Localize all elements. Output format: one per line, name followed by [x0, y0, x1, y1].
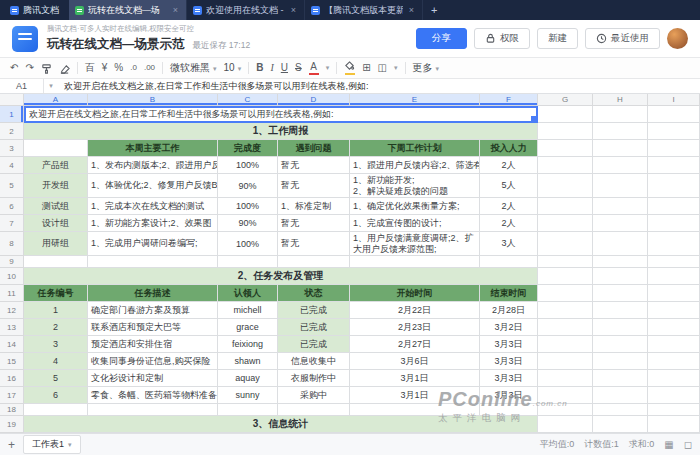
cell-E4[interactable]: 1、跟进用户反馈内容;2、筛选有效需求 — [350, 157, 480, 174]
cell-B16[interactable]: 文化衫设计和定制 — [88, 370, 218, 387]
cell-E12[interactable]: 2月22日 — [350, 302, 480, 319]
cell-B5[interactable]: 1、体验优化;2、修复用户反馈BUG — [88, 174, 218, 198]
cell-A4[interactable]: 产品组 — [24, 157, 88, 174]
cell-G12[interactable] — [538, 302, 593, 319]
cell-F6[interactable]: 2人 — [480, 198, 538, 215]
cell-E9[interactable] — [350, 256, 480, 268]
cell-E8[interactable]: 1、用户反馈满意度调研;2、扩大用户反馈来源范围; — [350, 232, 480, 256]
close-tab-icon[interactable]: × — [407, 5, 416, 15]
cell-A19[interactable]: 3、信息统计 — [24, 416, 538, 433]
cell-A5[interactable]: 开发组 — [24, 174, 88, 198]
browser-tab-current-doc[interactable]: 玩转在线文档—场 × — [69, 0, 187, 20]
bold-button[interactable]: B — [256, 63, 263, 73]
cell-I3[interactable] — [648, 140, 700, 157]
cell-B3[interactable]: 本周主要工作 — [88, 140, 218, 157]
cell-G5[interactable] — [538, 174, 593, 198]
cell-A10[interactable]: 2、任务发布及管理 — [24, 268, 538, 285]
cell-B9[interactable] — [88, 256, 218, 268]
cell-H16[interactable] — [593, 370, 648, 387]
percent-format-cn-button[interactable]: 百 — [85, 63, 95, 73]
row-header-11[interactable]: 11 — [0, 285, 24, 302]
sheet-tab-worksheet1[interactable]: 工作表1 ▾ — [23, 435, 81, 454]
cell-I14[interactable] — [648, 336, 700, 353]
cell-C4[interactable]: 100% — [218, 157, 278, 174]
cell-E14[interactable]: 2月27日 — [350, 336, 480, 353]
cell-F14[interactable]: 3月3日 — [480, 336, 538, 353]
redo-button[interactable]: ↷ — [25, 63, 33, 73]
new-browser-tab-button[interactable]: + — [423, 0, 445, 20]
cell-F17[interactable]: 3月3日 — [480, 387, 538, 404]
cell-C9[interactable] — [218, 256, 278, 268]
chevron-down-icon[interactable]: ▾ — [326, 64, 330, 72]
cell-F12[interactable]: 2月28日 — [480, 302, 538, 319]
cell-B13[interactable]: 联系酒店和预定大巴等 — [88, 319, 218, 336]
font-color-button[interactable]: A — [309, 62, 319, 75]
cell-G6[interactable] — [538, 198, 593, 215]
cell-H18[interactable] — [593, 404, 648, 416]
cell-A8[interactable]: 用研组 — [24, 232, 88, 256]
cell-E5[interactable]: 1、新功能开发; 2、解决疑难反馈的问题 — [350, 174, 480, 198]
cell-I13[interactable] — [648, 319, 700, 336]
cell-F4[interactable]: 2人 — [480, 157, 538, 174]
column-header-B[interactable]: B — [88, 94, 218, 105]
user-avatar[interactable] — [667, 28, 688, 49]
cell-A11[interactable]: 任务编号 — [24, 285, 88, 302]
cell-H9[interactable] — [593, 256, 648, 268]
browser-tab-welcome-doc[interactable]: 欢迎使用在线文档 - 腾 × — [187, 0, 305, 20]
cell-G1[interactable] — [538, 106, 593, 123]
row-header-9[interactable]: 9 — [0, 256, 24, 268]
increase-decimal-button[interactable]: .00 — [144, 64, 155, 72]
undo-button[interactable]: ↶ — [10, 63, 18, 73]
formula-input[interactable]: 欢迎开启在线文档之旅,在日常工作和生活中很多场景可以用到在线表格,例如: — [58, 80, 369, 93]
cell-B17[interactable]: 零食、条幅、医药箱等物料准备 — [88, 387, 218, 404]
grid-corner[interactable] — [0, 94, 24, 105]
cell-G2[interactable] — [538, 123, 593, 140]
cell-D3[interactable]: 遇到问题 — [278, 140, 350, 157]
italic-button[interactable]: I — [270, 63, 273, 73]
row-header-12[interactable]: 12 — [0, 302, 24, 319]
row-header-19[interactable]: 19 — [0, 416, 24, 433]
cell-F8[interactable]: 3人 — [480, 232, 538, 256]
cell-G17[interactable] — [538, 387, 593, 404]
cell-H8[interactable] — [593, 232, 648, 256]
grid-view-icon[interactable]: ▦ — [664, 439, 673, 450]
cell-E11[interactable]: 开始时间 — [350, 285, 480, 302]
cell-I12[interactable] — [648, 302, 700, 319]
cell-H15[interactable] — [593, 353, 648, 370]
cell-F15[interactable]: 3月3日 — [480, 353, 538, 370]
column-header-F[interactable]: F — [480, 94, 538, 105]
cell-G16[interactable] — [538, 370, 593, 387]
cell-G11[interactable] — [538, 285, 593, 302]
close-tab-icon[interactable]: × — [289, 5, 298, 15]
fullscreen-icon[interactable]: ◻ — [684, 439, 692, 450]
fill-color-button[interactable] — [344, 61, 355, 75]
cell-H17[interactable] — [593, 387, 648, 404]
share-button[interactable]: 分享 — [416, 28, 467, 49]
chevron-down-icon[interactable]: ▾ — [394, 64, 398, 72]
cell-E17[interactable]: 3月1日 — [350, 387, 480, 404]
cell-H13[interactable] — [593, 319, 648, 336]
cell-D5[interactable]: 暂无 — [278, 174, 350, 198]
cell-G13[interactable] — [538, 319, 593, 336]
cell-B4[interactable]: 1、发布内测版本;2、跟进用户反馈 — [88, 157, 218, 174]
cell-A7[interactable]: 设计组 — [24, 215, 88, 232]
cell-D15[interactable]: 信息收集中 — [278, 353, 350, 370]
cell-C7[interactable]: 90% — [218, 215, 278, 232]
cell-reference-box[interactable]: A1 — [0, 79, 44, 93]
cell-I2[interactable] — [648, 123, 700, 140]
row-header-7[interactable]: 7 — [0, 215, 24, 232]
cell-D14[interactable]: 已完成 — [278, 336, 350, 353]
cell-I6[interactable] — [648, 198, 700, 215]
browser-home-tab[interactable]: 腾讯文档 — [0, 0, 69, 20]
cell-C16[interactable]: aquay — [218, 370, 278, 387]
cell-C6[interactable]: 100% — [218, 198, 278, 215]
cell-D18[interactable] — [278, 404, 350, 416]
cell-G3[interactable] — [538, 140, 593, 157]
cell-I7[interactable] — [648, 215, 700, 232]
cell-A1[interactable]: 欢迎开启在线文档之旅,在日常工作和生活中很多场景可以用到在线表格,例如: — [24, 106, 538, 123]
font-family-select[interactable]: 微软雅黑 ▾ — [170, 63, 217, 73]
row-header-18[interactable]: 18 — [0, 404, 24, 416]
cell-D17[interactable]: 采购中 — [278, 387, 350, 404]
cell-A13[interactable]: 2 — [24, 319, 88, 336]
cell-C11[interactable]: 认领人 — [218, 285, 278, 302]
